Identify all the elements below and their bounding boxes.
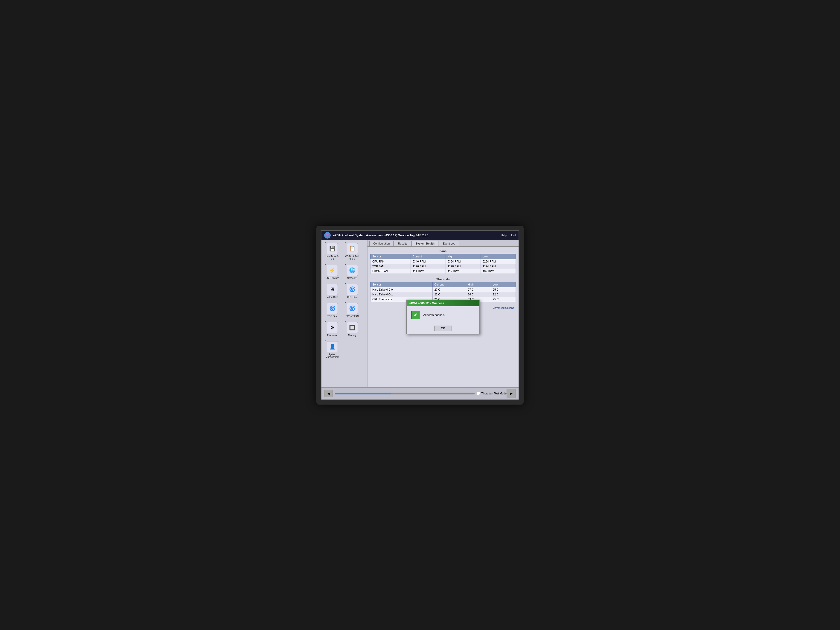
modal-checkmark-icon: ✔	[411, 311, 420, 319]
hard-drive-label: Hard Drive 0-0-1	[325, 255, 340, 260]
check-network: ✓	[344, 263, 347, 266]
network-label: Network 1	[347, 277, 357, 279]
sys-mgmt-label: System Management	[325, 353, 340, 358]
top-fan-icon: 🌀	[327, 303, 338, 314]
device-cpu-fan[interactable]: ✓ 🌀 CPU FAN	[343, 283, 362, 300]
cpu-fan-label: CPU FAN	[347, 296, 357, 298]
device-top-fan[interactable]: 🌀 TOP FAN	[323, 302, 341, 319]
sys-mgmt-icon: 👤	[327, 341, 338, 352]
bottom-bar: ◀ Thorough Test Mode ▶	[321, 387, 519, 399]
check-hard-drive: ✓	[324, 241, 327, 245]
modal-title-bar: ePSA 4306.12 – Success	[407, 300, 479, 306]
front-fan-icon: 🌀	[347, 303, 358, 314]
video-label: Video Card	[327, 296, 338, 298]
device-os-boot[interactable]: ✓ 📋 OS Boot Path 0-0-1	[343, 242, 362, 262]
device-grid: ✓ 💾 Hard Drive 0-0-1 ✓ 📋 OS Boot Path 0-…	[323, 242, 365, 360]
os-boot-icon: 📋	[347, 243, 358, 254]
network-icon: 🌐	[347, 265, 358, 276]
tabs: Configuration Results System Health Even…	[368, 240, 519, 246]
check-os-boot: ✓	[344, 241, 347, 245]
check-sys-mgmt: ✓	[324, 339, 327, 343]
thorough-label: Thorough Test Mode	[481, 392, 507, 395]
device-processor[interactable]: ✓ ⚙ Processor	[323, 321, 341, 338]
tab-configuration[interactable]: Configuration	[369, 241, 393, 246]
thorough-checkbox[interactable]	[477, 392, 480, 395]
thorough-mode: Thorough Test Mode	[477, 392, 507, 395]
device-memory[interactable]: ✓ 🔲 Memory	[343, 321, 362, 338]
device-hard-drive[interactable]: ✓ 💾 Hard Drive 0-0-1	[323, 242, 341, 262]
right-panel: Configuration Results System Health Even…	[368, 240, 519, 387]
device-network[interactable]: ✓ 🌐 Network 1	[343, 264, 362, 281]
os-boot-label: OS Boot Path 0-0-1	[345, 255, 360, 260]
check-cpu-fan: ✓	[344, 282, 347, 285]
tab-results[interactable]: Results	[394, 241, 411, 246]
check-usb: ✓	[324, 263, 327, 266]
modal-body: ✔ All tests passed.	[407, 306, 479, 324]
help-button[interactable]: Help	[501, 234, 507, 237]
title-bar-left: 👾 ePSA Pre-boot System Assessment (4306.…	[324, 232, 428, 238]
monitor: 👾 ePSA Pre-boot System Assessment (4306.…	[316, 226, 524, 404]
exit-button[interactable]: Exit	[511, 234, 516, 237]
alien-logo: 👾	[324, 232, 331, 238]
back-button[interactable]: ◀	[324, 390, 333, 397]
modal-overlay: ePSA 4306.12 – Success ✔ All tests passe…	[368, 246, 519, 387]
usb-label: USB Devices	[325, 277, 339, 279]
processor-label: Processor	[327, 334, 338, 336]
content-area: Fans Sensor Current High Low	[368, 246, 519, 387]
top-fan-label: TOP FAN	[327, 315, 337, 317]
modal-footer: OK	[407, 324, 479, 334]
check-front-fan: ✓	[344, 301, 347, 305]
main-content: ✓ 💾 Hard Drive 0-0-1 ✓ 📋 OS Boot Path 0-…	[321, 240, 519, 387]
cpu-fan-icon: 🌀	[347, 284, 358, 295]
tab-system-health[interactable]: System Health	[412, 241, 439, 246]
modal-message: All tests passed.	[423, 313, 445, 317]
sidebar: ✓ 💾 Hard Drive 0-0-1 ✓ 📋 OS Boot Path 0-…	[321, 240, 368, 387]
hard-drive-icon: 💾	[327, 243, 338, 254]
memory-icon: 🔲	[347, 322, 358, 333]
progress-bar-fill	[335, 393, 391, 395]
device-sys-mgmt[interactable]: ✓ 👤 System Management	[323, 340, 341, 360]
check-processor: ✓	[324, 320, 327, 324]
success-modal: ePSA 4306.12 – Success ✔ All tests passe…	[406, 300, 480, 334]
title-bar-right: Help Exit	[501, 234, 516, 237]
progress-bar	[335, 393, 475, 395]
front-fan-label: FRONT FAN	[346, 315, 359, 317]
tab-event-log[interactable]: Event Log	[439, 241, 459, 246]
check-memory: ✓	[344, 320, 347, 324]
processor-icon: ⚙	[327, 322, 338, 333]
memory-label: Memory	[348, 334, 357, 336]
usb-icon: ⚡	[327, 265, 338, 276]
title-bar: 👾 ePSA Pre-boot System Assessment (4306.…	[321, 231, 519, 240]
video-icon: 🖥	[327, 284, 338, 295]
play-button[interactable]: ▶	[507, 389, 516, 398]
device-front-fan[interactable]: ✓ 🌀 FRONT FAN	[343, 302, 362, 319]
screen: 👾 ePSA Pre-boot System Assessment (4306.…	[321, 230, 519, 400]
app-title: ePSA Pre-boot System Assessment (4306.12…	[333, 234, 428, 237]
device-usb[interactable]: ✓ ⚡ USB Devices	[323, 264, 341, 281]
modal-ok-button[interactable]: OK	[434, 325, 452, 331]
device-video[interactable]: 🖥 Video Card	[323, 283, 341, 300]
